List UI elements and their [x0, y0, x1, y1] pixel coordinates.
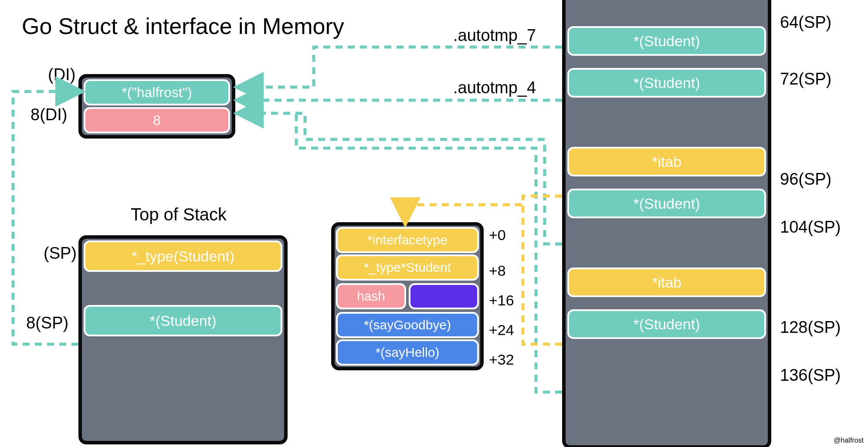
rstack-cell-136: *(Student)	[567, 309, 766, 339]
rstack-cell-96: *itab	[567, 147, 766, 176]
itab-offset-24: +24	[489, 322, 514, 339]
itab-cell-interfacetype: *interfacetype	[336, 227, 479, 253]
label-sp: (SP)	[44, 244, 77, 263]
label-autotmp7: .autotmp_7	[453, 26, 536, 45]
itab-cell-hash: hash	[336, 283, 406, 309]
watermark: @halfrost	[834, 437, 864, 444]
rstack-cell-64: *(Student)	[567, 26, 766, 56]
rstack-cell-128: *itab	[567, 268, 766, 297]
itab-offset-32: +32	[489, 351, 514, 368]
tos-cell-student-ptr: *(Student)	[84, 305, 282, 336]
label-sp64: 64(SP)	[780, 13, 831, 32]
label-sp136: 136(SP)	[780, 366, 841, 385]
di-cell-8: 8	[84, 107, 230, 133]
tos-cell-type-student: *_type(Student)	[84, 240, 282, 272]
itab-cell-type-student: *_type*Student	[336, 254, 479, 281]
label-autotmp4: .autotmp_4	[453, 78, 536, 97]
itab-cell-pad	[409, 283, 479, 309]
page-title: Go Struct & interface in Memory	[22, 13, 344, 39]
itab-offset-8: +8	[489, 262, 506, 279]
label-sp128: 128(SP)	[780, 318, 841, 337]
label-di: (DI)	[48, 65, 75, 84]
itab-cell-saygoodbye: *(sayGoodbye)	[336, 312, 479, 338]
label-8sp: 8(SP)	[26, 314, 68, 332]
di-cell-halfrost: *("halfrost")	[84, 79, 230, 105]
itab-offset-0: +0	[489, 227, 506, 244]
label-8di: 8(DI)	[31, 105, 67, 124]
rstack-cell-72: *(Student)	[567, 68, 766, 98]
rstack-cell-104: *(Student)	[567, 189, 766, 218]
label-sp72: 72(SP)	[780, 70, 831, 88]
itab-cell-sayhello: *(sayHello)	[336, 339, 479, 366]
label-sp104: 104(SP)	[780, 218, 841, 237]
heading-top-of-stack: Top of Stack	[131, 205, 227, 224]
label-sp96: 96(SP)	[780, 170, 831, 189]
itab-offset-16: +16	[489, 292, 514, 309]
